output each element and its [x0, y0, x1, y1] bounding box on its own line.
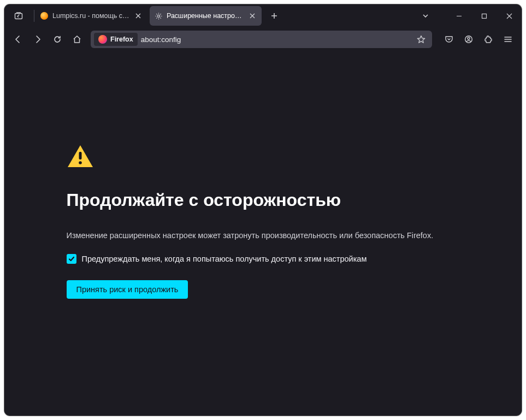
extensions-button[interactable] [479, 31, 498, 48]
separator [34, 10, 34, 22]
tab-close-button[interactable] [133, 11, 143, 21]
svg-point-6 [79, 161, 82, 164]
new-tab-button[interactable] [266, 8, 282, 24]
identity-box[interactable]: Firefox [94, 33, 138, 46]
window-minimize-button[interactable] [446, 4, 471, 27]
titlebar: Lumpics.ru - помощь с компь Расширенные … [4, 4, 522, 27]
window-close-button[interactable] [497, 4, 522, 27]
forward-button[interactable] [28, 31, 47, 48]
home-button[interactable] [68, 31, 86, 48]
nav-toolbar: Firefox about:config [4, 27, 522, 51]
app-menu-button[interactable] [499, 31, 517, 48]
tab-strip: Lumpics.ru - помощь с компь Расширенные … [36, 6, 282, 26]
tab-lumpics[interactable]: Lumpics.ru - помощь с компь [36, 6, 147, 26]
pocket-button[interactable] [440, 31, 458, 48]
urlbar[interactable]: Firefox about:config [91, 31, 432, 48]
warn-checkbox[interactable] [67, 254, 76, 264]
page-description: Изменение расширенных настроек может зат… [67, 231, 460, 240]
tab-about-config[interactable]: Расширенные настройки [150, 6, 262, 26]
window-maximize-button[interactable] [471, 4, 497, 27]
svg-rect-0 [15, 14, 22, 19]
tab-label: Расширенные настройки [167, 12, 244, 20]
tabview-button[interactable] [9, 8, 28, 24]
bookmark-star-button[interactable] [413, 32, 429, 47]
firefox-icon [98, 35, 107, 44]
tab-close-button[interactable] [247, 11, 257, 21]
window-controls [446, 4, 522, 27]
warn-checkbox-label: Предупреждать меня, когда я попытаюсь по… [82, 255, 367, 263]
favicon-lumpics-icon [40, 11, 49, 20]
gear-icon [154, 11, 163, 20]
toolbar-icons [440, 31, 517, 48]
tab-label: Lumpics.ru - помощь с компь [52, 12, 129, 20]
tab-overflow-button[interactable] [416, 8, 435, 24]
reload-button[interactable] [48, 31, 67, 48]
identity-label: Firefox [110, 36, 133, 43]
account-button[interactable] [459, 31, 478, 48]
accept-risk-button[interactable]: Принять риск и продолжить [67, 280, 188, 299]
warning-page: Продолжайте с осторожностью Изменение ра… [67, 144, 460, 299]
warn-checkbox-row[interactable]: Предупреждать меня, когда я попытаюсь по… [67, 254, 460, 264]
url-text: about:config [141, 36, 410, 44]
warning-icon [67, 144, 460, 168]
svg-rect-2 [482, 14, 486, 18]
svg-point-1 [157, 15, 159, 17]
svg-rect-5 [79, 152, 81, 159]
svg-point-4 [468, 37, 470, 39]
back-button[interactable] [9, 31, 27, 48]
page-title: Продолжайте с осторожностью [67, 190, 460, 210]
content-area: Продолжайте с осторожностью Изменение ра… [4, 51, 522, 416]
browser-window: Lumpics.ru - помощь с компь Расширенные … [4, 4, 522, 416]
